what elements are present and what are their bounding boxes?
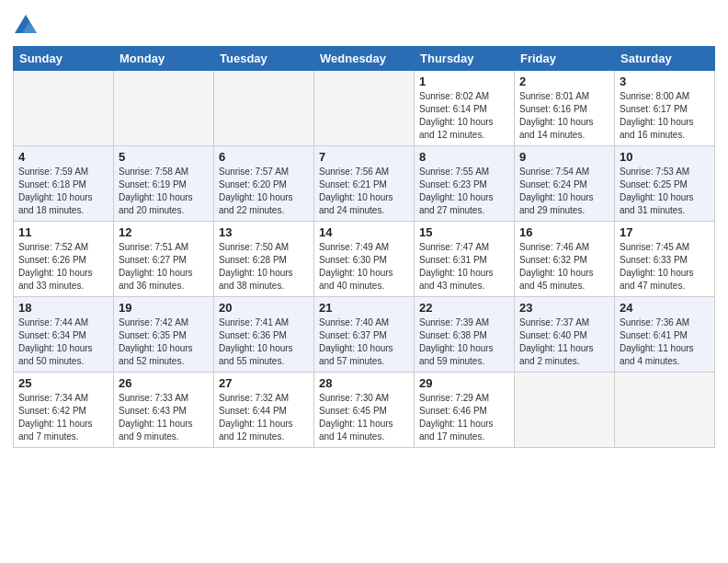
day-number: 15 — [419, 225, 509, 239]
calendar-cell: 18Sunrise: 7:44 AM Sunset: 6:34 PM Dayli… — [14, 297, 114, 373]
weekday-row: SundayMondayTuesdayWednesdayThursdayFrid… — [14, 47, 715, 71]
day-number: 24 — [620, 301, 710, 315]
weekday-header-saturday: Saturday — [615, 47, 715, 71]
calendar-cell: 29Sunrise: 7:29 AM Sunset: 6:46 PM Dayli… — [415, 373, 515, 448]
day-number: 22 — [419, 301, 509, 315]
day-number: 14 — [319, 225, 409, 239]
day-number: 27 — [219, 376, 309, 390]
day-info: Sunrise: 7:39 AM Sunset: 6:38 PM Dayligh… — [419, 316, 509, 368]
day-info: Sunrise: 7:47 AM Sunset: 6:31 PM Dayligh… — [419, 241, 509, 293]
calendar-cell: 6Sunrise: 7:57 AM Sunset: 6:20 PM Daylig… — [214, 146, 314, 222]
day-number: 2 — [519, 75, 609, 88]
day-info: Sunrise: 7:59 AM Sunset: 6:18 PM Dayligh… — [18, 166, 108, 217]
day-number: 5 — [119, 150, 209, 164]
calendar-cell — [615, 373, 715, 448]
day-number: 3 — [620, 75, 710, 88]
day-info: Sunrise: 7:41 AM Sunset: 6:36 PM Dayligh… — [219, 316, 309, 368]
day-info: Sunrise: 7:58 AM Sunset: 6:19 PM Dayligh… — [119, 166, 209, 217]
day-number: 21 — [319, 301, 409, 315]
day-info: Sunrise: 7:37 AM Sunset: 6:40 PM Dayligh… — [519, 316, 609, 368]
calendar-cell — [14, 71, 114, 146]
calendar-cell: 19Sunrise: 7:42 AM Sunset: 6:35 PM Dayli… — [114, 297, 214, 373]
day-info: Sunrise: 7:33 AM Sunset: 6:43 PM Dayligh… — [119, 392, 209, 443]
day-info: Sunrise: 8:00 AM Sunset: 6:17 PM Dayligh… — [620, 90, 710, 142]
day-info: Sunrise: 7:57 AM Sunset: 6:20 PM Dayligh… — [219, 166, 309, 217]
calendar-cell: 22Sunrise: 7:39 AM Sunset: 6:38 PM Dayli… — [415, 297, 515, 373]
day-number: 4 — [18, 150, 108, 164]
day-number: 6 — [219, 150, 309, 164]
weekday-header-monday: Monday — [114, 47, 214, 71]
day-number: 26 — [119, 376, 209, 390]
day-number: 17 — [620, 225, 710, 239]
calendar-cell: 2Sunrise: 8:01 AM Sunset: 6:16 PM Daylig… — [515, 71, 615, 146]
calendar-cell: 11Sunrise: 7:52 AM Sunset: 6:26 PM Dayli… — [14, 222, 114, 297]
weekday-header-thursday: Thursday — [415, 47, 515, 71]
calendar-cell: 16Sunrise: 7:46 AM Sunset: 6:32 PM Dayli… — [515, 222, 615, 297]
day-number: 25 — [18, 376, 108, 390]
calendar-cell: 10Sunrise: 7:53 AM Sunset: 6:25 PM Dayli… — [615, 146, 715, 222]
day-info: Sunrise: 7:29 AM Sunset: 6:46 PM Dayligh… — [419, 392, 509, 443]
calendar-cell: 5Sunrise: 7:58 AM Sunset: 6:19 PM Daylig… — [114, 146, 214, 222]
day-number: 12 — [119, 225, 209, 239]
calendar-cell: 26Sunrise: 7:33 AM Sunset: 6:43 PM Dayli… — [114, 373, 214, 448]
day-info: Sunrise: 7:45 AM Sunset: 6:33 PM Dayligh… — [620, 241, 710, 293]
day-number: 8 — [419, 150, 509, 164]
calendar-cell — [314, 71, 415, 146]
calendar-cell: 8Sunrise: 7:55 AM Sunset: 6:23 PM Daylig… — [415, 146, 515, 222]
day-info: Sunrise: 7:51 AM Sunset: 6:27 PM Dayligh… — [119, 241, 209, 293]
day-info: Sunrise: 7:53 AM Sunset: 6:25 PM Dayligh… — [620, 166, 710, 217]
calendar-cell: 27Sunrise: 7:32 AM Sunset: 6:44 PM Dayli… — [214, 373, 314, 448]
day-number: 19 — [119, 301, 209, 315]
page: SundayMondayTuesdayWednesdayThursdayFrid… — [0, 0, 728, 563]
day-info: Sunrise: 7:56 AM Sunset: 6:21 PM Dayligh… — [319, 166, 409, 217]
day-number: 29 — [419, 376, 509, 390]
calendar-cell — [515, 373, 615, 448]
calendar-cell: 17Sunrise: 7:45 AM Sunset: 6:33 PM Dayli… — [615, 222, 715, 297]
day-number: 13 — [219, 225, 309, 239]
day-number: 11 — [18, 225, 108, 239]
weekday-header-tuesday: Tuesday — [214, 47, 314, 71]
calendar-cell: 21Sunrise: 7:40 AM Sunset: 6:37 PM Dayli… — [314, 297, 415, 373]
calendar-cell: 15Sunrise: 7:47 AM Sunset: 6:31 PM Dayli… — [415, 222, 515, 297]
day-info: Sunrise: 7:42 AM Sunset: 6:35 PM Dayligh… — [119, 316, 209, 368]
calendar-week-row: 25Sunrise: 7:34 AM Sunset: 6:42 PM Dayli… — [14, 373, 715, 448]
day-number: 9 — [519, 150, 609, 164]
logo-icon — [13, 13, 39, 39]
day-number: 18 — [18, 301, 108, 315]
weekday-header-friday: Friday — [515, 47, 615, 71]
day-number: 28 — [319, 376, 409, 390]
day-info: Sunrise: 7:55 AM Sunset: 6:23 PM Dayligh… — [419, 166, 509, 217]
calendar-header: SundayMondayTuesdayWednesdayThursdayFrid… — [14, 47, 715, 71]
calendar-cell: 9Sunrise: 7:54 AM Sunset: 6:24 PM Daylig… — [515, 146, 615, 222]
calendar-cell — [214, 71, 314, 146]
day-info: Sunrise: 7:32 AM Sunset: 6:44 PM Dayligh… — [219, 392, 309, 443]
calendar-cell: 1Sunrise: 8:02 AM Sunset: 6:14 PM Daylig… — [415, 71, 515, 146]
day-number: 1 — [419, 75, 509, 88]
day-number: 10 — [620, 150, 710, 164]
calendar-cell: 14Sunrise: 7:49 AM Sunset: 6:30 PM Dayli… — [314, 222, 415, 297]
day-info: Sunrise: 7:50 AM Sunset: 6:28 PM Dayligh… — [219, 241, 309, 293]
day-info: Sunrise: 7:44 AM Sunset: 6:34 PM Dayligh… — [18, 316, 108, 368]
day-info: Sunrise: 8:02 AM Sunset: 6:14 PM Dayligh… — [419, 90, 509, 142]
calendar-cell: 24Sunrise: 7:36 AM Sunset: 6:41 PM Dayli… — [615, 297, 715, 373]
calendar-week-row: 4Sunrise: 7:59 AM Sunset: 6:18 PM Daylig… — [14, 146, 715, 222]
calendar-cell — [114, 71, 214, 146]
calendar-cell: 3Sunrise: 8:00 AM Sunset: 6:17 PM Daylig… — [615, 71, 715, 146]
day-number: 20 — [219, 301, 309, 315]
weekday-header-wednesday: Wednesday — [314, 47, 415, 71]
calendar-cell: 7Sunrise: 7:56 AM Sunset: 6:21 PM Daylig… — [314, 146, 415, 222]
day-number: 23 — [519, 301, 609, 315]
calendar-week-row: 11Sunrise: 7:52 AM Sunset: 6:26 PM Dayli… — [14, 222, 715, 297]
day-info: Sunrise: 7:30 AM Sunset: 6:45 PM Dayligh… — [319, 392, 409, 443]
day-info: Sunrise: 7:54 AM Sunset: 6:24 PM Dayligh… — [519, 166, 609, 217]
day-info: Sunrise: 7:36 AM Sunset: 6:41 PM Dayligh… — [620, 316, 710, 368]
day-number: 7 — [319, 150, 409, 164]
day-info: Sunrise: 8:01 AM Sunset: 6:16 PM Dayligh… — [519, 90, 609, 142]
calendar: SundayMondayTuesdayWednesdayThursdayFrid… — [13, 46, 715, 448]
logo — [13, 13, 40, 39]
day-number: 16 — [519, 225, 609, 239]
day-info: Sunrise: 7:40 AM Sunset: 6:37 PM Dayligh… — [319, 316, 409, 368]
calendar-cell: 12Sunrise: 7:51 AM Sunset: 6:27 PM Dayli… — [114, 222, 214, 297]
calendar-week-row: 18Sunrise: 7:44 AM Sunset: 6:34 PM Dayli… — [14, 297, 715, 373]
calendar-cell: 20Sunrise: 7:41 AM Sunset: 6:36 PM Dayli… — [214, 297, 314, 373]
